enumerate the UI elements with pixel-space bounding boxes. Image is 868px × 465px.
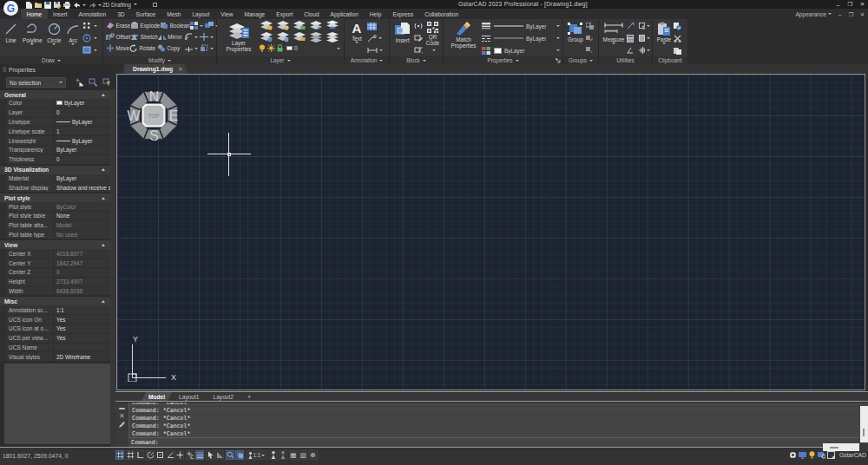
ribbon-tab[interactable]: Surface bbox=[130, 9, 161, 19]
move-button[interactable]: Move bbox=[106, 43, 129, 54]
document-tab[interactable]: Drawing1.dwg ✕ bbox=[124, 64, 188, 74]
property-row[interactable]: Material ByLayer bbox=[0, 174, 110, 184]
ribbon-tab[interactable]: Insert bbox=[48, 9, 74, 19]
erase-button[interactable]: Erase bbox=[106, 20, 130, 31]
command-history[interactable]: Command: *Cancel* Command: *Cancel* Comm… bbox=[128, 403, 859, 437]
insert-button[interactable]: Insert bbox=[391, 20, 414, 56]
list-button[interactable] bbox=[639, 33, 650, 44]
ribbon-tab[interactable]: Annotation bbox=[73, 9, 112, 19]
property-row[interactable]: Annotation sc... 1:1 bbox=[0, 305, 110, 315]
command-input[interactable]: Command: bbox=[128, 437, 859, 447]
qat-customize-icon[interactable] bbox=[153, 3, 157, 7]
property-row[interactable]: Plot style table None bbox=[0, 212, 110, 221]
layer-off-icon[interactable] bbox=[259, 20, 275, 31]
ribbon-tab[interactable]: Collaboration bbox=[419, 9, 464, 19]
properties-launcher-icon[interactable] bbox=[556, 58, 561, 63]
area-button[interactable] bbox=[639, 21, 650, 32]
ortho-toggle[interactable] bbox=[135, 450, 144, 460]
select-objects-icon[interactable] bbox=[89, 78, 98, 88]
tips-bulb-icon[interactable] bbox=[808, 450, 816, 460]
save-as-icon[interactable] bbox=[54, 2, 61, 9]
layer-lock-icon[interactable] bbox=[292, 20, 308, 31]
rotate-button[interactable]: Rotate bbox=[129, 43, 157, 54]
group-button[interactable]: Group bbox=[565, 20, 586, 56]
property-row[interactable]: UCS icon On Yes bbox=[0, 315, 110, 324]
display-settings-icon[interactable] bbox=[799, 450, 806, 460]
color-list-icon[interactable] bbox=[482, 45, 494, 56]
stretch-button[interactable]: Stretch bbox=[130, 31, 157, 43]
offset-button[interactable]: Offset bbox=[106, 31, 130, 43]
property-row[interactable]: Linetype ByLayer bbox=[0, 118, 110, 128]
dyn-toggle[interactable] bbox=[186, 450, 194, 460]
circle-button[interactable]: Circle bbox=[44, 20, 63, 56]
drawing-canvas[interactable] bbox=[117, 75, 865, 390]
palette-section-header[interactable]: View bbox=[0, 239, 110, 249]
paste-special-button[interactable] bbox=[674, 45, 686, 56]
measure-button[interactable]: Measure bbox=[601, 20, 627, 56]
lineweight-toggle[interactable] bbox=[195, 450, 204, 460]
block-update-button[interactable] bbox=[414, 45, 424, 56]
point-style-button[interactable] bbox=[639, 45, 650, 56]
cut-button[interactable] bbox=[674, 33, 686, 44]
mirror-button[interactable]: Mirror bbox=[158, 31, 185, 43]
snap-toggle[interactable] bbox=[115, 450, 124, 460]
property-row[interactable]: Transparency ByLayer bbox=[0, 146, 110, 155]
property-row[interactable]: Plot table atta... Model bbox=[0, 221, 110, 231]
annotation-panel-label[interactable]: Annotation bbox=[345, 56, 389, 64]
osnap3d-toggle[interactable] bbox=[166, 450, 174, 460]
toggle-pickadd-icon[interactable] bbox=[75, 78, 84, 88]
redo-dropdown-icon[interactable] bbox=[98, 4, 102, 6]
layer-dropdown[interactable]: 0 bbox=[259, 44, 342, 52]
selection-filter-toggle[interactable] bbox=[215, 450, 224, 460]
qr-code-button[interactable]: QRCode bbox=[424, 20, 441, 56]
arc-button[interactable]: Arc bbox=[64, 20, 81, 56]
property-row[interactable]: UCS per view... Yes bbox=[0, 334, 110, 344]
appearance-menu[interactable]: Appearance bbox=[795, 11, 832, 17]
copy-button[interactable]: Copy bbox=[157, 43, 185, 54]
selection-dropdown[interactable]: No selection bbox=[6, 77, 66, 88]
block-panel-label[interactable]: Block bbox=[390, 56, 443, 64]
layer-match-icon[interactable] bbox=[325, 20, 341, 31]
window-restore-button[interactable]: ❐ bbox=[846, 1, 854, 8]
ribbon-tab[interactable]: Mesh bbox=[161, 9, 187, 19]
ribbon-tab[interactable]: Manage bbox=[239, 9, 271, 19]
layer-isolate-icon[interactable] bbox=[308, 20, 325, 31]
property-row[interactable]: Layer 0 bbox=[0, 108, 110, 118]
palette-section-header[interactable]: Misc bbox=[0, 296, 110, 305]
save-icon[interactable] bbox=[44, 2, 51, 9]
group-edit-button[interactable] bbox=[586, 33, 596, 44]
break-button[interactable] bbox=[200, 31, 214, 43]
linetype-mini-icon[interactable] bbox=[482, 33, 494, 44]
lineweight-mini-icon[interactable] bbox=[482, 21, 494, 32]
command-close-icon[interactable]: ✕ bbox=[119, 413, 124, 419]
workspace-status-button[interactable]: ⊕ bbox=[309, 450, 318, 460]
draw-panel-label[interactable]: Draw bbox=[0, 56, 102, 64]
autoscale-toggle[interactable] bbox=[279, 450, 287, 460]
layout-tab[interactable]: Layout1 bbox=[172, 392, 206, 401]
ungroup-button[interactable] bbox=[586, 21, 596, 32]
layout-tab[interactable]: Model bbox=[141, 392, 172, 401]
add-layout-button[interactable]: + bbox=[240, 392, 258, 401]
layer-unlock-icon[interactable] bbox=[292, 31, 308, 43]
ribbon-tab[interactable]: Home bbox=[21, 9, 48, 19]
polar-toggle[interactable] bbox=[146, 450, 155, 460]
groups-panel-label[interactable]: Groups bbox=[563, 56, 598, 64]
leader-button[interactable] bbox=[367, 33, 387, 44]
attributes-button[interactable] bbox=[414, 21, 424, 32]
property-row[interactable]: Plot table type No used bbox=[0, 231, 110, 240]
command-edit-icon[interactable] bbox=[119, 422, 125, 428]
layer-panel-label[interactable]: Layer bbox=[217, 56, 344, 64]
properties-panel-label[interactable]: Properties bbox=[444, 56, 562, 64]
doc-close-button[interactable]: ✕ bbox=[859, 11, 865, 17]
command-horizontal-scrollbar[interactable] bbox=[823, 443, 859, 451]
undo-icon[interactable] bbox=[73, 2, 80, 9]
clean-screen-icon[interactable] bbox=[827, 450, 835, 460]
palette-section-header[interactable]: 3D Visualization bbox=[0, 165, 110, 174]
explode-button[interactable]: Explode bbox=[130, 20, 160, 31]
calculator-button[interactable] bbox=[627, 33, 639, 44]
ribbon-tab[interactable]: Express bbox=[387, 9, 419, 19]
table-button[interactable] bbox=[367, 21, 387, 32]
clipboard-panel-label[interactable]: Clipboard bbox=[653, 56, 687, 64]
dimension-button[interactable] bbox=[367, 45, 387, 56]
property-row[interactable]: Width 6436.6036 bbox=[0, 287, 110, 297]
